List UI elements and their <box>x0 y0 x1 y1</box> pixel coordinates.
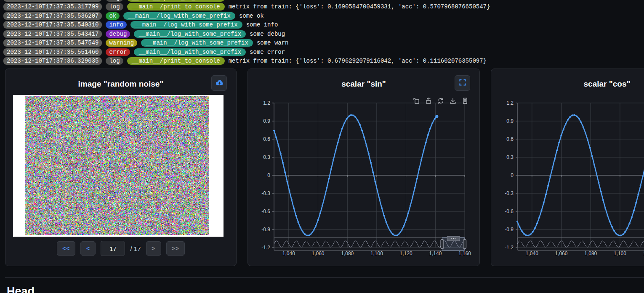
log-row: 2023-12-10T17:37:35.551460error__main__/… <box>3 48 644 57</box>
x-tick-label: 1,060 <box>312 251 325 256</box>
log-timestamp: 2023-12-10T17:37:35.547549 <box>3 39 102 47</box>
scalar-sin-card: scalar "sin" 1.20.90.60.30-0.3-0.6-0.9-1… <box>247 69 480 266</box>
cloud-download-icon <box>215 78 224 88</box>
log-source-badge: __main__/print_to_console <box>127 57 225 65</box>
log-source-badge: __main__/log_with_some_prefix <box>130 21 242 29</box>
footer: Head <box>0 277 644 293</box>
sin-fullscreen-button[interactable] <box>455 75 470 91</box>
log-timestamp: 2023-12-10T17:37:35.540310 <box>3 21 102 29</box>
image-card: image "random noise" <box>5 69 237 266</box>
restore-icon[interactable] <box>437 98 444 104</box>
y-tick-label: -0.3 <box>505 190 514 196</box>
log-source-badge: __main__/print_to_console <box>127 3 225 11</box>
cos-chart-area: 1.20.90.60.30-0.3-0.6-0.9-1.21,0401,0601… <box>491 95 644 266</box>
y-tick-label: 0 <box>511 172 514 178</box>
log-level-badge: log <box>106 0 123 2</box>
footer-heading: Head <box>7 285 644 293</box>
y-tick-label: 0.6 <box>506 136 514 142</box>
y-tick-label: 0 <box>267 172 270 178</box>
log-section: 2023-12-10T17:37:35.317799log__main__/pr… <box>0 0 644 66</box>
cards-row: image "random noise" <box>5 69 644 266</box>
image-card-title: image "random noise" <box>78 75 164 89</box>
y-tick-label: -0.9 <box>505 227 514 232</box>
sin-card-header: scalar "sin" <box>248 69 479 95</box>
x-tick-label: 1,100 <box>370 251 383 256</box>
log-row: 2023-12-10T17:37:35.536207ok__main__/log… <box>3 11 644 21</box>
log-source-badge: __main__/log_with_some_prefix <box>141 39 253 47</box>
log-row: 2023-12-10T17:37:35.317799log__main__/pr… <box>3 3 644 12</box>
log-timestamp: 2023-12-10T17:37:35.551460 <box>3 48 102 56</box>
data-view-icon[interactable] <box>462 98 468 104</box>
x-tick-label: 1,060 <box>555 251 568 256</box>
image-pagination: << < / 17 > >> <box>5 241 236 256</box>
log-message: metrix from train: {'loss': 0.1690584700… <box>229 3 490 10</box>
log-level-badge: log <box>106 3 123 11</box>
cos-card-title: scalar "cos" <box>584 75 631 89</box>
y-tick-label: 0.6 <box>263 136 270 142</box>
datazoom-handle-left[interactable] <box>441 240 444 249</box>
log-level-badge: ok <box>106 12 120 20</box>
prev-page-button[interactable]: < <box>80 241 96 256</box>
y-tick-label: 0.9 <box>263 118 270 124</box>
log-level-badge: info <box>106 21 127 29</box>
image-card-header: image "random noise" <box>5 69 236 95</box>
sin-card-title: scalar "sin" <box>341 75 386 89</box>
y-tick-label: -1.2 <box>261 245 270 251</box>
x-tick-label: 1,140 <box>429 251 442 256</box>
log-level-badge: log <box>106 57 123 65</box>
y-tick-label: 0.3 <box>506 154 514 160</box>
zoom-box-icon[interactable] <box>413 98 420 104</box>
log-source-badge: __main__/log_with_some_prefix <box>123 12 235 20</box>
x-tick-label: 1,040 <box>526 251 538 256</box>
series-end-dot <box>435 115 438 118</box>
scalar-cos-card: scalar "cos" 1.20.90.60.30-0.3-0.6-0.9-1… <box>491 69 644 266</box>
log-level-badge: debug <box>106 30 130 38</box>
sin-line-chart[interactable]: 1.20.90.60.30-0.3-0.6-0.9-1.21,0401,0601… <box>248 95 480 266</box>
log-timestamp: 2023-12-10T17:37:35.317799 <box>3 0 102 2</box>
log-timestamp: 2023-12-10T17:37:36.329035 <box>3 57 102 65</box>
y-tick-label: 0.3 <box>263 154 270 160</box>
log-message: some info <box>246 21 278 28</box>
y-tick-label: -0.6 <box>261 209 270 214</box>
log-message: some debug <box>250 31 285 37</box>
download-icon[interactable] <box>450 98 456 104</box>
section-divider <box>5 277 644 278</box>
y-tick-label: -0.6 <box>505 209 514 214</box>
first-page-button[interactable]: << <box>57 241 75 256</box>
log-timestamp: 2023-12-10T17:37:35.543417 <box>3 30 102 38</box>
image-preview-frame <box>13 95 224 237</box>
cos-line-chart[interactable]: 1.20.90.60.30-0.3-0.6-0.9-1.21,0401,0601… <box>491 95 644 266</box>
y-tick-label: 1.2 <box>506 100 514 106</box>
x-tick-label: 1,080 <box>341 251 354 256</box>
last-page-button[interactable]: >> <box>166 241 185 256</box>
log-message: metrix from train: {'loss': 0.6796292079… <box>229 58 487 64</box>
random-noise-image <box>25 96 209 235</box>
page-number-input[interactable] <box>101 241 125 256</box>
log-source-badge: __main__/log_with_some_prefix <box>134 48 246 56</box>
sin-chart-area: 1.20.90.60.30-0.3-0.6-0.9-1.21,0401,0601… <box>248 95 480 266</box>
zoom-reset-icon[interactable] <box>425 98 432 104</box>
next-page-button[interactable]: > <box>146 241 161 256</box>
y-tick-label: 0.9 <box>506 118 514 124</box>
log-source-badge: __main__/print_to_console <box>127 0 225 2</box>
datazoom-handle-right[interactable] <box>463 240 466 249</box>
log-row: 2023-12-10T17:37:35.543417debug__main__/… <box>3 29 644 39</box>
y-tick-label: -0.3 <box>261 190 270 196</box>
cos-card-header: scalar "cos" <box>491 69 644 95</box>
log-timestamp: 2023-12-10T17:37:35.536207 <box>3 12 102 20</box>
x-tick-label: 1,040 <box>282 251 295 256</box>
x-tick-label: 1,160 <box>458 251 471 256</box>
log-timestamp: 2023-12-10T17:37:35.317799 <box>3 3 102 11</box>
log-row: 2023-12-10T17:37:35.547549warning__main_… <box>3 39 644 48</box>
log-message: some warn <box>257 40 289 46</box>
log-message: some ok <box>239 13 264 19</box>
x-tick-label: 1,120 <box>400 251 412 256</box>
y-tick-label: -0.9 <box>261 227 270 232</box>
log-message: some error <box>250 49 285 55</box>
log-level-badge: warning <box>106 39 137 47</box>
y-tick-label: 1.2 <box>263 100 270 106</box>
x-tick-label: 1,080 <box>584 251 597 256</box>
log-source-badge: __main__/log_with_some_prefix <box>134 30 246 38</box>
image-download-button[interactable] <box>211 75 227 91</box>
y-tick-label: -1.2 <box>505 245 514 251</box>
